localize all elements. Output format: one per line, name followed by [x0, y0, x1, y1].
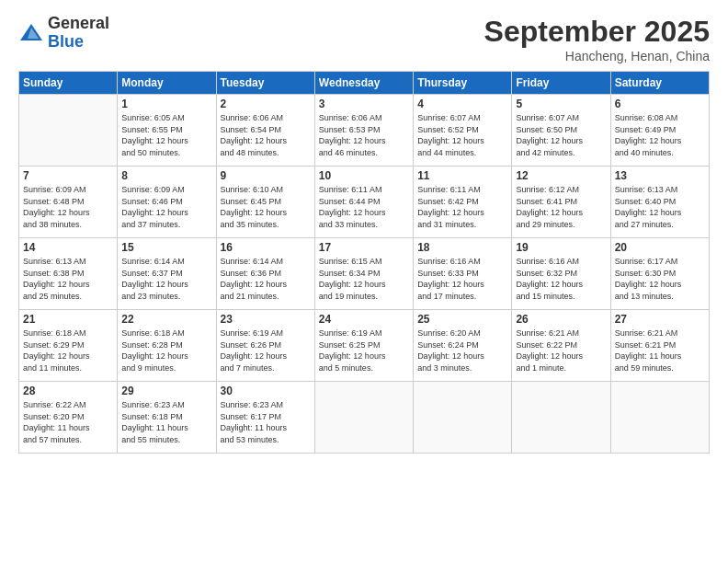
day-number: 30 — [221, 385, 311, 397]
day-number: 11 — [417, 169, 507, 182]
month-title: September 2025 — [484, 15, 710, 49]
day-number: 5 — [516, 98, 606, 110]
calendar-header-row: Sunday Monday Tuesday Wednesday Thursday… — [19, 72, 710, 95]
table-row: 17Sunrise: 6:15 AMSunset: 6:34 PMDayligh… — [314, 238, 413, 310]
day-info: Sunrise: 6:07 AMSunset: 6:50 PMDaylight:… — [516, 112, 606, 158]
day-number: 26 — [516, 313, 606, 326]
day-info: Sunrise: 6:20 AMSunset: 6:24 PMDaylight:… — [417, 327, 507, 373]
day-info: Sunrise: 6:05 AMSunset: 6:55 PMDaylight:… — [121, 112, 211, 158]
calendar-week-row: 28Sunrise: 6:22 AMSunset: 6:20 PMDayligh… — [19, 382, 710, 454]
table-row: 25Sunrise: 6:20 AMSunset: 6:24 PMDayligh… — [414, 310, 512, 382]
calendar-week-row: 1Sunrise: 6:05 AMSunset: 6:55 PMDaylight… — [19, 95, 710, 167]
day-number: 14 — [23, 241, 113, 254]
day-info: Sunrise: 6:14 AMSunset: 6:37 PMDaylight:… — [121, 256, 211, 302]
calendar: Sunday Monday Tuesday Wednesday Thursday… — [18, 71, 710, 454]
table-row: 9Sunrise: 6:10 AMSunset: 6:45 PMDaylight… — [216, 167, 314, 238]
day-number: 22 — [121, 313, 211, 326]
table-row — [314, 382, 413, 454]
day-info: Sunrise: 6:14 AMSunset: 6:36 PMDaylight:… — [221, 256, 311, 302]
table-row: 3Sunrise: 6:06 AMSunset: 6:53 PMDaylight… — [314, 95, 413, 167]
calendar-week-row: 7Sunrise: 6:09 AMSunset: 6:48 PMDaylight… — [19, 167, 710, 238]
col-monday: Monday — [118, 72, 216, 95]
day-number: 21 — [23, 313, 113, 326]
day-info: Sunrise: 6:21 AMSunset: 6:22 PMDaylight:… — [516, 327, 606, 373]
table-row: 15Sunrise: 6:14 AMSunset: 6:37 PMDayligh… — [118, 238, 216, 310]
col-saturday: Saturday — [610, 72, 709, 95]
table-row: 6Sunrise: 6:08 AMSunset: 6:49 PMDaylight… — [610, 95, 709, 167]
day-number: 19 — [516, 241, 606, 254]
table-row: 26Sunrise: 6:21 AMSunset: 6:22 PMDayligh… — [512, 310, 610, 382]
table-row — [512, 382, 610, 454]
calendar-week-row: 14Sunrise: 6:13 AMSunset: 6:38 PMDayligh… — [19, 238, 710, 310]
day-number: 3 — [319, 98, 409, 110]
day-info: Sunrise: 6:21 AMSunset: 6:21 PMDaylight:… — [615, 327, 705, 373]
day-info: Sunrise: 6:10 AMSunset: 6:45 PMDaylight:… — [221, 184, 311, 230]
table-row: 21Sunrise: 6:18 AMSunset: 6:29 PMDayligh… — [19, 310, 118, 382]
title-block: September 2025 Hancheng, Henan, China — [484, 15, 710, 63]
location: Hancheng, Henan, China — [484, 49, 710, 63]
table-row: 14Sunrise: 6:13 AMSunset: 6:38 PMDayligh… — [19, 238, 118, 310]
table-row: 22Sunrise: 6:18 AMSunset: 6:28 PMDayligh… — [118, 310, 216, 382]
day-number: 28 — [23, 385, 113, 397]
day-number: 9 — [221, 169, 311, 182]
table-row: 19Sunrise: 6:16 AMSunset: 6:32 PMDayligh… — [512, 238, 610, 310]
table-row: 1Sunrise: 6:05 AMSunset: 6:55 PMDaylight… — [118, 95, 216, 167]
table-row: 30Sunrise: 6:23 AMSunset: 6:17 PMDayligh… — [216, 382, 314, 454]
table-row: 20Sunrise: 6:17 AMSunset: 6:30 PMDayligh… — [610, 238, 709, 310]
table-row: 7Sunrise: 6:09 AMSunset: 6:48 PMDaylight… — [19, 167, 118, 238]
day-number: 10 — [319, 169, 409, 182]
day-info: Sunrise: 6:18 AMSunset: 6:29 PMDaylight:… — [23, 327, 113, 373]
day-number: 2 — [221, 98, 311, 110]
day-number: 8 — [121, 169, 211, 182]
day-number: 15 — [121, 241, 211, 254]
day-info: Sunrise: 6:17 AMSunset: 6:30 PMDaylight:… — [615, 256, 705, 302]
day-info: Sunrise: 6:13 AMSunset: 6:40 PMDaylight:… — [615, 184, 705, 230]
day-number: 17 — [319, 241, 409, 254]
day-info: Sunrise: 6:23 AMSunset: 6:17 PMDaylight:… — [221, 399, 311, 445]
table-row: 4Sunrise: 6:07 AMSunset: 6:52 PMDaylight… — [414, 95, 512, 167]
table-row — [414, 382, 512, 454]
day-number: 1 — [121, 98, 211, 110]
day-number: 6 — [615, 98, 705, 110]
day-info: Sunrise: 6:19 AMSunset: 6:26 PMDaylight:… — [221, 327, 311, 373]
table-row: 2Sunrise: 6:06 AMSunset: 6:54 PMDaylight… — [216, 95, 314, 167]
day-number: 23 — [221, 313, 311, 326]
day-number: 16 — [221, 241, 311, 254]
logo: General Blue — [18, 15, 109, 52]
table-row: 18Sunrise: 6:16 AMSunset: 6:33 PMDayligh… — [414, 238, 512, 310]
col-thursday: Thursday — [414, 72, 512, 95]
table-row: 29Sunrise: 6:23 AMSunset: 6:18 PMDayligh… — [118, 382, 216, 454]
calendar-week-row: 21Sunrise: 6:18 AMSunset: 6:29 PMDayligh… — [19, 310, 710, 382]
table-row: 11Sunrise: 6:11 AMSunset: 6:42 PMDayligh… — [414, 167, 512, 238]
day-info: Sunrise: 6:19 AMSunset: 6:25 PMDaylight:… — [319, 327, 409, 373]
table-row: 8Sunrise: 6:09 AMSunset: 6:46 PMDaylight… — [118, 167, 216, 238]
day-info: Sunrise: 6:15 AMSunset: 6:34 PMDaylight:… — [319, 256, 409, 302]
day-number: 27 — [615, 313, 705, 326]
day-number: 24 — [319, 313, 409, 326]
day-number: 13 — [615, 169, 705, 182]
day-info: Sunrise: 6:06 AMSunset: 6:53 PMDaylight:… — [319, 112, 409, 158]
day-number: 25 — [417, 313, 507, 326]
logo-blue-text: Blue — [48, 33, 109, 52]
table-row: 16Sunrise: 6:14 AMSunset: 6:36 PMDayligh… — [216, 238, 314, 310]
logo-general-text: General — [48, 15, 109, 33]
day-info: Sunrise: 6:07 AMSunset: 6:52 PMDaylight:… — [417, 112, 507, 158]
table-row — [19, 95, 118, 167]
col-tuesday: Tuesday — [216, 72, 314, 95]
col-wednesday: Wednesday — [314, 72, 413, 95]
day-number: 12 — [516, 169, 606, 182]
table-row: 5Sunrise: 6:07 AMSunset: 6:50 PMDaylight… — [512, 95, 610, 167]
logo-icon — [18, 20, 44, 46]
table-row — [610, 382, 709, 454]
table-row: 12Sunrise: 6:12 AMSunset: 6:41 PMDayligh… — [512, 167, 610, 238]
day-number: 18 — [417, 241, 507, 254]
day-number: 20 — [615, 241, 705, 254]
day-info: Sunrise: 6:23 AMSunset: 6:18 PMDaylight:… — [121, 399, 211, 445]
day-info: Sunrise: 6:09 AMSunset: 6:48 PMDaylight:… — [23, 184, 113, 230]
day-info: Sunrise: 6:08 AMSunset: 6:49 PMDaylight:… — [615, 112, 705, 158]
day-number: 7 — [23, 169, 113, 182]
day-info: Sunrise: 6:16 AMSunset: 6:33 PMDaylight:… — [417, 256, 507, 302]
day-info: Sunrise: 6:18 AMSunset: 6:28 PMDaylight:… — [121, 327, 211, 373]
table-row: 23Sunrise: 6:19 AMSunset: 6:26 PMDayligh… — [216, 310, 314, 382]
day-info: Sunrise: 6:16 AMSunset: 6:32 PMDaylight:… — [516, 256, 606, 302]
